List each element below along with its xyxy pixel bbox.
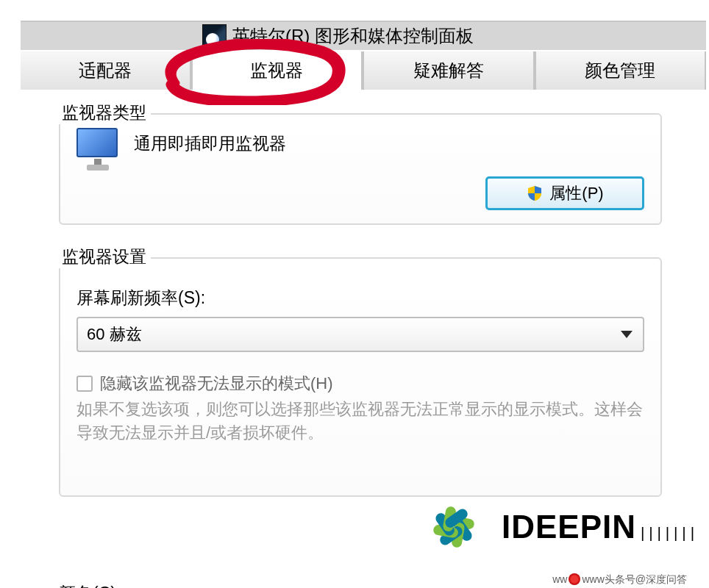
tab-monitor[interactable]: 监视器 xyxy=(191,51,363,90)
group-monitor-settings: 监视器设置 屏幕刷新频率(S): 60 赫兹 隐藏该监视器无法显示的模式(H) … xyxy=(59,257,662,497)
chevron-down-icon xyxy=(621,331,633,338)
tab-adapter[interactable]: 适配器 xyxy=(21,51,191,90)
uac-shield-icon xyxy=(526,184,544,202)
color-label: 颜色(C): xyxy=(59,582,324,588)
hide-modes-label: 隐藏该监视器无法显示的模式(H) xyxy=(100,373,333,395)
window-header: 英特尔(R) 图形和媒体控制面板 xyxy=(21,21,706,50)
toutiao-icon xyxy=(569,573,580,585)
tab-troubleshoot[interactable]: 疑难解答 xyxy=(363,51,535,90)
window-title: 英特尔(R) 图形和媒体控制面板 xyxy=(232,24,474,48)
watermark-subline: wwwww头条号@深度问答 xyxy=(552,573,687,587)
tab-panel-monitor: 监视器类型 通用即插即用监视器 属性(P) 监视器设置 屏幕刷新频率(S): xyxy=(21,90,706,588)
monitor-icon xyxy=(76,128,125,171)
group-color: 颜色(C): 真彩色(32 位) xyxy=(59,579,324,588)
monitor-name: 通用即插即用监视器 xyxy=(134,132,286,155)
hide-modes-row: 隐藏该监视器无法显示的模式(H) xyxy=(76,373,644,395)
tab-bar: 适配器 监视器 疑难解答 颜色管理 xyxy=(21,51,706,90)
select-value: 60 赫兹 xyxy=(87,323,142,345)
tab-label: 适配器 xyxy=(79,59,132,82)
tab-color-management[interactable]: 颜色管理 xyxy=(535,51,707,90)
tab-label: 颜色管理 xyxy=(585,59,655,82)
properties-button[interactable]: 属性(P) xyxy=(485,176,644,210)
refresh-rate-select[interactable]: 60 赫兹 xyxy=(76,317,644,352)
button-label: 属性(P) xyxy=(549,182,603,204)
hide-modes-checkbox[interactable] xyxy=(76,376,93,392)
hide-modes-hint: 如果不复选该项，则您可以选择那些该监视器无法正常显示的显示模式。这样会导致无法显… xyxy=(76,398,644,445)
tab-label: 监视器 xyxy=(250,59,303,82)
group-legend-monitor-settings: 监视器设置 xyxy=(57,245,151,268)
refresh-rate-label: 屏幕刷新频率(S): xyxy=(76,287,644,309)
intel-graphics-icon xyxy=(202,24,227,49)
group-monitor-type: 监视器类型 通用即插即用监视器 属性(P) xyxy=(59,113,662,225)
group-legend-monitor-type: 监视器类型 xyxy=(57,101,151,124)
tab-label: 疑难解答 xyxy=(413,59,484,82)
